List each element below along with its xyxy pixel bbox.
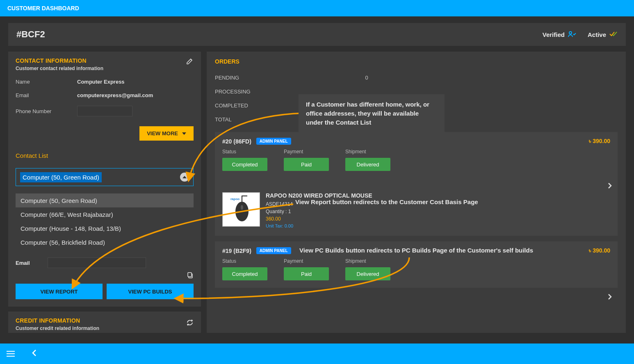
credit-information-card: CREDIT INFORMATION Customer credit relat…	[8, 312, 201, 333]
processing-label: PROCESSING	[215, 89, 354, 95]
annotation-view-report-tip: View Report button redirects to the Cust…	[295, 198, 478, 205]
phone-input[interactable]	[77, 106, 132, 116]
svg-rect-2	[188, 273, 192, 277]
status-label: Status	[222, 258, 280, 264]
svg-text:rapoo: rapoo	[230, 197, 239, 201]
svg-point-0	[569, 32, 572, 34]
payment-label: Payment	[284, 258, 341, 264]
shipment-pill: Delivered	[345, 267, 390, 280]
view-report-button[interactable]: VIEW REPORT	[16, 284, 103, 299]
order-title: #19 (B2F9)	[222, 248, 251, 254]
contact-email-label: Email	[16, 260, 36, 266]
pending-label: PENDING	[215, 75, 354, 81]
credit-info-subheading: Customer credit related information	[16, 325, 194, 331]
email-label: Email	[16, 92, 77, 98]
pending-value: 0	[354, 75, 379, 81]
name-value: Computer Express	[77, 79, 125, 85]
user-check-icon	[568, 31, 576, 39]
back-icon[interactable]	[31, 349, 37, 358]
credit-info-heading: CREDIT INFORMATION	[16, 317, 194, 324]
annotation-contact-list-tip: If a Customer has different home, work, …	[299, 94, 445, 132]
order-title: #20 (86FD)	[222, 138, 251, 145]
order-line-item: rapoo RAPOO N200 WIRED OPTICAL MOUSE ASD…	[222, 192, 610, 228]
product-name: RAPOO N200 WIRED OPTICAL MOUSE	[266, 192, 372, 199]
payment-label: Payment	[284, 149, 341, 155]
contact-info-heading: CONTACT INFORMATION	[16, 57, 194, 64]
product-price: 360.00	[266, 216, 372, 222]
admin-panel-badge: ADMIN PANEL	[256, 247, 291, 254]
expand-chevron-icon[interactable]	[606, 293, 613, 302]
status-pill: Completed	[222, 158, 267, 171]
order-card: #20 (86FD) ADMIN PANEL ৳ 390.00 StatusCo…	[215, 132, 618, 236]
annotation-view-pc-builds-tip: View PC Builds button redirects to PC Bu…	[299, 247, 533, 254]
product-unit-tax: Unit Tax: 0.00	[266, 223, 372, 228]
active-label: Active	[588, 31, 606, 38]
top-app-bar: CUSTOMER DASHBOARD	[0, 0, 634, 16]
copy-icon[interactable]	[187, 272, 194, 280]
contact-list-option[interactable]: Computer (50, Green Road)	[16, 193, 194, 207]
contact-list-option[interactable]: Computer (House - 148, Road, 13/B)	[16, 221, 194, 235]
svg-point-4	[235, 202, 249, 221]
contact-list-options: Computer (50, Green Road) Computer (66/E…	[16, 193, 194, 249]
payment-pill: Paid	[284, 158, 329, 171]
chevron-down-icon	[182, 132, 186, 135]
page-title: CUSTOMER DASHBOARD	[7, 5, 79, 11]
edit-icon[interactable]	[186, 57, 194, 66]
customer-header: #BCF2 Verified Active	[8, 23, 626, 46]
email-value: computerexpress@gmail.com	[77, 92, 153, 98]
product-quantity: Quantity : 1	[266, 209, 372, 214]
expand-chevron-icon[interactable]	[606, 182, 613, 191]
contact-information-card: CONTACT INFORMATION Customer contact rel…	[8, 52, 201, 307]
customer-code: #BCF2	[16, 29, 45, 40]
verified-status: Verified	[543, 31, 576, 39]
contact-list-option[interactable]: Computer (56, Brickfield Road)	[16, 235, 194, 249]
order-price: ৳ 390.00	[589, 247, 610, 254]
product-thumbnail: rapoo	[222, 192, 260, 227]
view-more-label: VIEW MORE	[147, 130, 178, 136]
view-more-button[interactable]: VIEW MORE	[139, 126, 194, 141]
payment-pill: Paid	[284, 267, 329, 280]
shipment-label: Shipment	[345, 258, 403, 264]
shipment-label: Shipment	[345, 149, 403, 155]
shipment-pill: Delivered	[345, 158, 390, 171]
active-status: Active	[588, 31, 618, 38]
orders-heading: ORDERS	[215, 58, 618, 65]
refresh-icon[interactable]	[186, 319, 194, 328]
contact-email-input[interactable]	[48, 257, 146, 268]
phone-label: Phone Number	[16, 108, 77, 114]
contact-list-heading: Contact List	[16, 152, 194, 159]
view-pc-builds-button[interactable]: VIEW PC BUILDS	[107, 284, 194, 299]
verified-label: Verified	[543, 31, 565, 38]
name-label: Name	[16, 79, 77, 85]
status-label: Status	[222, 149, 280, 155]
orders-panel: ORDERS PENDING0 PROCESSING COMPLETED TOT…	[207, 52, 626, 333]
svg-point-5	[241, 205, 243, 210]
menu-icon[interactable]	[7, 349, 15, 358]
contact-list-selected: Computer (50, Green Road)	[20, 172, 102, 182]
contact-list-option[interactable]: Computer (66/E, West Rajabazar)	[16, 207, 194, 221]
contact-info-subheading: Customer contact related information	[16, 66, 194, 71]
caret-up-icon	[180, 173, 189, 182]
double-check-icon	[609, 31, 618, 38]
bottom-app-bar	[0, 344, 634, 364]
admin-panel-badge: ADMIN PANEL	[256, 138, 291, 145]
contact-list-dropdown[interactable]: Computer (50, Green Road)	[16, 168, 194, 186]
status-pill: Completed	[222, 267, 267, 280]
order-price: ৳ 390.00	[589, 138, 610, 145]
